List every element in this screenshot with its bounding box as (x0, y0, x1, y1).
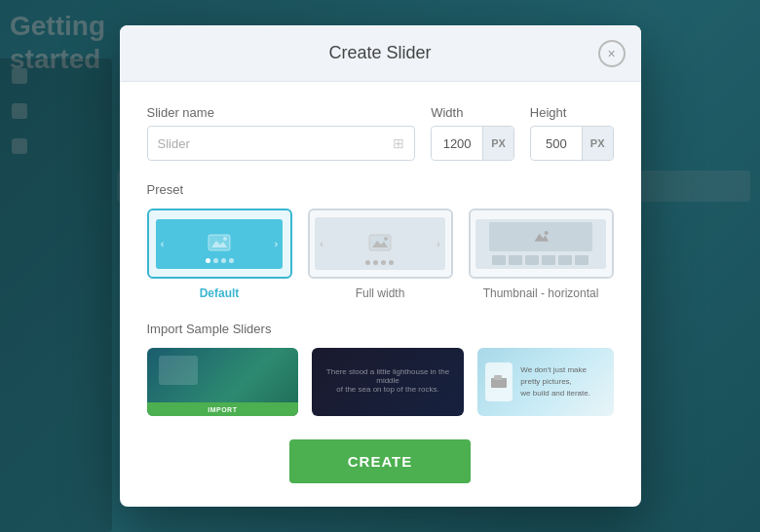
fullwidth-image-icon (368, 234, 392, 253)
create-slider-modal: Create Slider × Slider name Slider ⊞ Wid… (120, 25, 641, 507)
slider-name-label: Slider name (147, 105, 416, 120)
preset-options: ‹ › (147, 209, 614, 300)
left-arrow-icon: ‹ (161, 238, 165, 249)
width-group: Width PX (431, 105, 514, 161)
svg-rect-0 (209, 235, 230, 250)
fullwidth-thumb-inner: ‹ › (315, 217, 444, 269)
carousel-dots (206, 258, 234, 263)
import-section: Import Sample Sliders IMPORT There stood… (147, 322, 614, 416)
slider-name-input-wrapper[interactable]: Slider ⊞ (147, 126, 416, 161)
import-sample-2[interactable]: There stood a little lighthouse in the m… (312, 348, 464, 416)
svg-rect-9 (494, 375, 502, 380)
svg-rect-3 (369, 235, 391, 250)
import-sample-1-bar: IMPORT (147, 402, 299, 416)
svg-point-7 (545, 231, 549, 235)
preset-section: Preset ‹ (147, 182, 614, 300)
svg-marker-6 (535, 234, 549, 242)
width-input-wrapper: PX (431, 126, 514, 161)
height-suffix: PX (582, 127, 613, 160)
mini-thumb-4 (542, 255, 555, 265)
width-suffix: PX (482, 127, 513, 160)
import-sample-3-icon (485, 362, 513, 401)
import-sample-3[interactable]: We don't just make pretty pictures,we bu… (477, 348, 614, 416)
slider-name-group: Slider name Slider ⊞ (147, 105, 416, 161)
fullwidth-dots (365, 260, 394, 265)
fullwidth-right-arrow-icon: › (437, 238, 440, 249)
preset-fullwidth-thumb: ‹ › (308, 209, 453, 279)
thumbnail-strip (492, 255, 589, 265)
preset-thumbnail-horizontal[interactable]: Thumbnail - horizontal (469, 209, 614, 300)
modal-header: Create Slider × (120, 25, 641, 82)
preset-default-thumb: ‹ › (147, 209, 292, 279)
preset-thumbnail-label: Thumbnail - horizontal (483, 286, 599, 300)
thumbnail-image-icon (531, 229, 551, 245)
mini-thumb-5 (558, 255, 572, 265)
thumbnail-thumb-inner (475, 219, 605, 269)
height-label: Height (530, 105, 614, 120)
preset-thumbnail-thumb (469, 209, 614, 279)
preset-label: Preset (147, 182, 614, 197)
create-button-wrapper: CREATE (147, 439, 614, 483)
import-samples-row: IMPORT There stood a little lighthouse i… (147, 348, 614, 416)
slider-name-value: Slider (158, 136, 190, 151)
preset-default-label: Default (200, 286, 240, 300)
default-thumb-inner: ‹ › (156, 219, 284, 269)
width-input[interactable] (432, 129, 482, 159)
import-sample-1[interactable]: IMPORT (147, 348, 299, 416)
thumbnail-main-image (489, 222, 593, 252)
svg-point-2 (223, 237, 227, 241)
height-group: Height PX (530, 105, 614, 161)
modal-body: Slider name Slider ⊞ Width PX Height (120, 82, 641, 507)
height-input[interactable] (531, 129, 582, 159)
import-sample-3-text: We don't just make pretty pictures,we bu… (520, 364, 605, 399)
import-sample-3-content: We don't just make pretty pictures,we bu… (477, 355, 614, 409)
mini-thumb-1 (492, 255, 506, 265)
preset-default[interactable]: ‹ › (147, 209, 292, 300)
close-button[interactable]: × (598, 40, 626, 67)
mini-thumb-2 (509, 255, 522, 265)
svg-point-5 (384, 237, 388, 241)
import-sample-2-text: There stood a little lighthouse in the m… (320, 367, 456, 394)
import-sample-1-bar-text: IMPORT (208, 406, 237, 413)
mini-thumb-6 (575, 255, 589, 265)
fullwidth-left-arrow-icon: ‹ (320, 238, 323, 249)
create-button[interactable]: CREATE (289, 439, 472, 483)
width-label: Width (431, 105, 514, 120)
mini-thumb-3 (525, 255, 539, 265)
modal-title: Create Slider (328, 43, 431, 63)
right-arrow-icon: › (275, 238, 279, 249)
height-input-wrapper: PX (530, 126, 614, 161)
preset-full-width[interactable]: ‹ › (308, 209, 453, 300)
form-fields-row: Slider name Slider ⊞ Width PX Height (147, 105, 614, 161)
modal-overlay: Create Slider × Slider name Slider ⊞ Wid… (0, 0, 760, 532)
image-placeholder-icon (208, 234, 231, 253)
preset-fullwidth-label: Full width (356, 286, 405, 300)
import-label: Import Sample Sliders (147, 322, 614, 336)
input-icon: ⊞ (393, 135, 404, 151)
